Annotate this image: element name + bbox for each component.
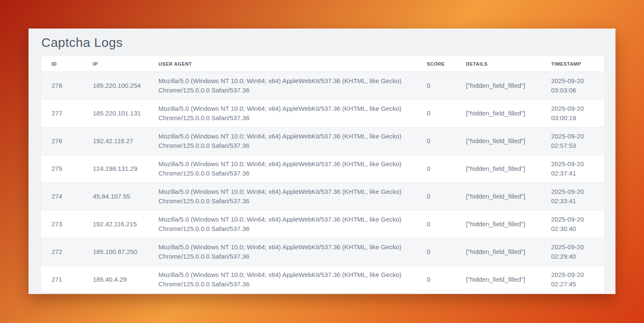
cell-id: 278 — [41, 72, 83, 100]
table-row: 275 124.198.131.29 Mozilla/5.0 (Windows … — [41, 155, 604, 183]
cell-timestamp: 2025-09-20 02:29:40 — [541, 238, 604, 266]
cell-user-agent: Mozilla/5.0 (Windows NT 10.0; Win64; x64… — [148, 266, 417, 294]
cell-score: 0 — [417, 238, 456, 266]
cell-user-agent: Mozilla/5.0 (Windows NT 10.0; Win64; x64… — [148, 155, 417, 183]
table-row: 276 192.42.116.27 Mozilla/5.0 (Windows N… — [41, 127, 604, 155]
cell-timestamp: 2025-09-20 02:37:41 — [541, 155, 604, 183]
cell-ip: 185.40.4.29 — [83, 266, 148, 294]
column-header-user-agent: USER AGENT — [148, 56, 417, 72]
cell-ip: 45.84.107.55 — [83, 183, 148, 211]
column-header-details: DETAILS — [456, 56, 541, 72]
cell-timestamp: 2025-09-20 02:27:45 — [541, 266, 604, 294]
cell-user-agent: Mozilla/5.0 (Windows NT 10.0; Win64; x64… — [148, 72, 417, 100]
cell-user-agent: Mozilla/5.0 (Windows NT 10.0; Win64; x64… — [148, 183, 417, 211]
cell-id: 272 — [41, 238, 83, 266]
cell-score: 0 — [417, 183, 456, 211]
cell-user-agent: Mozilla/5.0 (Windows NT 10.0; Win64; x64… — [148, 238, 417, 266]
cell-details: ["hidden_field_filled"] — [456, 266, 541, 294]
cell-timestamp: 2025-09-20 03:03:06 — [541, 72, 604, 100]
table-row: 271 185.40.4.29 Mozilla/5.0 (Windows NT … — [41, 266, 604, 294]
cell-timestamp: 2025-09-20 02:57:53 — [541, 127, 604, 155]
cell-user-agent: Mozilla/5.0 (Windows NT 10.0; Win64; x64… — [148, 127, 417, 155]
cell-id: 276 — [41, 127, 83, 155]
table-row: 277 185.220.101.131 Mozilla/5.0 (Windows… — [41, 100, 604, 127]
cell-id: 275 — [41, 155, 83, 183]
cell-details: ["hidden_field_filled"] — [456, 127, 541, 155]
cell-timestamp: 2025-09-20 02:33:41 — [541, 183, 604, 211]
cell-timestamp: 2025-09-20 02:30:40 — [541, 211, 604, 238]
cell-ip: 192.42.116.27 — [83, 127, 148, 155]
table-header: ID IP USER AGENT SCORE DETAILS TIMESTAMP — [41, 56, 604, 72]
cell-ip: 124.198.131.29 — [83, 155, 148, 183]
cell-score: 0 — [417, 127, 456, 155]
cell-score: 0 — [417, 155, 456, 183]
captcha-logs-table-container: ID IP USER AGENT SCORE DETAILS TIMESTAMP… — [41, 56, 604, 294]
table-row: 272 185.100.87.250 Mozilla/5.0 (Windows … — [41, 238, 604, 266]
table-row: 278 185.220.100.254 Mozilla/5.0 (Windows… — [41, 72, 604, 100]
cell-id: 277 — [41, 100, 83, 127]
table-row: 274 45.84.107.55 Mozilla/5.0 (Windows NT… — [41, 183, 604, 211]
desktop-background: { "page": { "title": "Captcha Logs" }, "… — [0, 0, 644, 323]
cell-id: 274 — [41, 183, 83, 211]
cell-details: ["hidden_field_filled"] — [456, 211, 541, 238]
cell-details: ["hidden_field_filled"] — [456, 72, 541, 100]
cell-details: ["hidden_field_filled"] — [456, 238, 541, 266]
cell-user-agent: Mozilla/5.0 (Windows NT 10.0; Win64; x64… — [148, 211, 417, 238]
column-header-id: ID — [41, 56, 83, 72]
cell-details: ["hidden_field_filled"] — [456, 155, 541, 183]
column-header-ip: IP — [83, 56, 148, 72]
cell-score: 0 — [417, 100, 456, 127]
table-row: 273 192.42.116.215 Mozilla/5.0 (Windows … — [41, 211, 604, 238]
cell-ip: 185.220.100.254 — [83, 72, 148, 100]
captcha-logs-page: Captcha Logs ID IP USER AGENT SCORE DETA… — [29, 29, 615, 294]
cell-id: 271 — [41, 266, 83, 294]
cell-timestamp: 2025-09-20 03:00:19 — [541, 100, 604, 127]
cell-details: ["hidden_field_filled"] — [456, 183, 541, 211]
cell-ip: 185.100.87.250 — [83, 238, 148, 266]
cell-user-agent: Mozilla/5.0 (Windows NT 10.0; Win64; x64… — [148, 100, 417, 127]
cell-details: ["hidden_field_filled"] — [456, 100, 541, 127]
page-title: Captcha Logs — [41, 35, 603, 50]
cell-ip: 192.42.116.215 — [83, 211, 148, 238]
captcha-logs-table: ID IP USER AGENT SCORE DETAILS TIMESTAMP… — [41, 56, 604, 294]
cell-score: 0 — [417, 266, 456, 294]
column-header-score: SCORE — [417, 56, 456, 72]
cell-ip: 185.220.101.131 — [83, 100, 148, 127]
cell-id: 273 — [41, 211, 83, 238]
table-body: 278 185.220.100.254 Mozilla/5.0 (Windows… — [41, 72, 604, 294]
cell-score: 0 — [417, 72, 456, 100]
table-header-row: ID IP USER AGENT SCORE DETAILS TIMESTAMP — [41, 56, 604, 72]
column-header-timestamp: TIMESTAMP — [541, 56, 604, 72]
cell-score: 0 — [417, 211, 456, 238]
